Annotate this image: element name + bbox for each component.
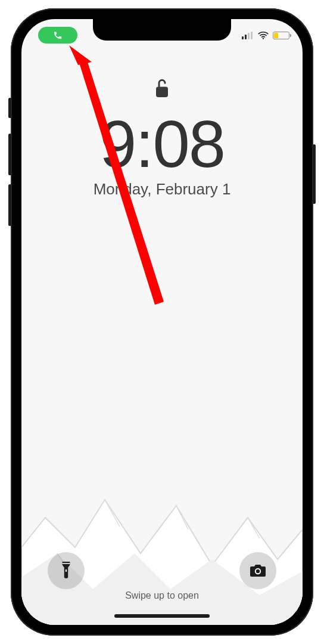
phone-icon (53, 30, 63, 40)
svg-rect-6 (66, 569, 67, 572)
home-indicator[interactable] (114, 614, 210, 618)
camera-icon (249, 564, 267, 578)
battery-icon (273, 32, 289, 39)
flashlight-icon (60, 562, 73, 580)
svg-rect-2 (248, 33, 250, 39)
camera-button[interactable] (239, 552, 276, 589)
clock-time: 9:08 (99, 111, 225, 178)
volume-down-button[interactable] (8, 184, 11, 226)
unlocked-icon (153, 76, 171, 100)
svg-rect-1 (245, 35, 247, 39)
clock-date: Monday, February 1 (94, 180, 231, 199)
flashlight-button[interactable] (48, 552, 85, 589)
volume-up-button[interactable] (8, 134, 11, 175)
lock-screen[interactable]: 9:08 Monday, February 1 (21, 19, 303, 625)
svg-rect-3 (251, 32, 253, 39)
battery-fill (274, 33, 278, 38)
ringer-switch[interactable] (8, 98, 11, 118)
call-indicator-pill[interactable] (38, 27, 77, 44)
cellular-signal-icon (242, 32, 254, 39)
swipe-hint: Swipe up to open (21, 590, 303, 601)
svg-point-4 (263, 38, 264, 39)
svg-rect-7 (63, 563, 70, 564)
svg-rect-0 (242, 36, 244, 39)
svg-rect-5 (156, 87, 168, 98)
power-button[interactable] (313, 144, 316, 204)
wifi-icon (257, 31, 269, 39)
svg-marker-10 (69, 45, 92, 65)
status-bar (21, 24, 303, 47)
phone-frame: 9:08 Monday, February 1 (11, 8, 313, 636)
svg-point-9 (256, 569, 260, 573)
